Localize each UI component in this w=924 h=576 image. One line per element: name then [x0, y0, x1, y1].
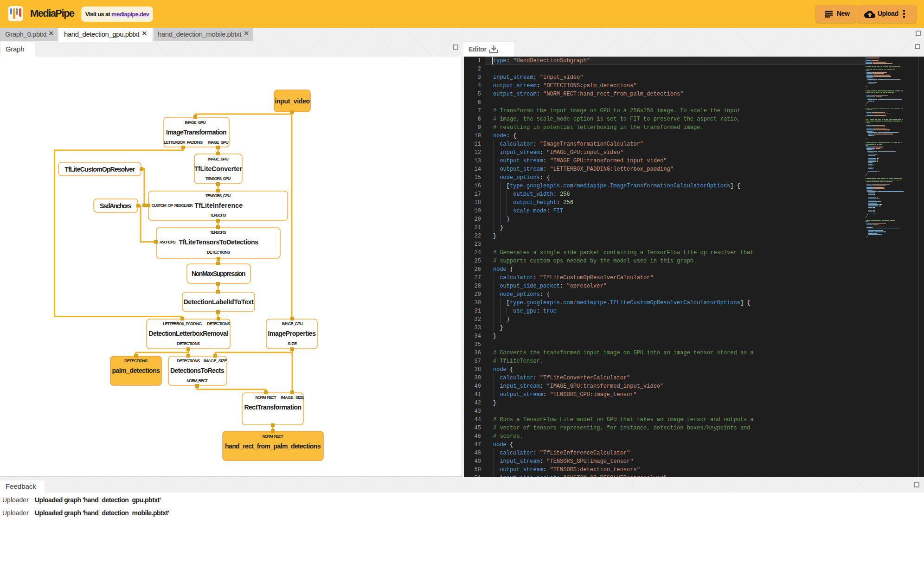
- svg-text:RectTransformation: RectTransformation: [244, 403, 302, 411]
- svg-text:palm_detections: palm_detections: [112, 367, 160, 374]
- svg-text:DetectionLetterboxRemoval: DetectionLetterboxRemoval: [149, 330, 228, 337]
- svg-text:IMAGE_SIZE: IMAGE_SIZE: [281, 395, 304, 400]
- svg-text:LETTERBOX_PADDING: LETTERBOX_PADDING: [164, 140, 203, 145]
- svg-text:IMAGE_GPU: IMAGE_GPU: [208, 157, 229, 161]
- svg-text:ImageProperties: ImageProperties: [268, 330, 316, 337]
- svg-text:DETECTIONS: DETECTIONS: [124, 358, 148, 363]
- svg-text:input_video: input_video: [275, 97, 310, 105]
- svg-text:TENSORS: TENSORS: [210, 213, 226, 218]
- svg-text:TENSORS_GPU: TENSORS_GPU: [205, 176, 231, 181]
- svg-text:SsdAnchors: SsdAnchors: [100, 202, 132, 210]
- svg-text:TfLiteTensorsToDetections: TfLiteTensorsToDetections: [179, 238, 259, 246]
- svg-text:NORM_RECT: NORM_RECT: [263, 434, 284, 439]
- svg-text:NonMaxSuppression: NonMaxSuppression: [192, 270, 245, 277]
- svg-text:ImageTransformation: ImageTransformation: [166, 128, 226, 136]
- svg-text:SIZE: SIZE: [288, 341, 297, 346]
- svg-text:IMAGE_GPU: IMAGE_GPU: [185, 120, 206, 125]
- svg-text:LETTERBOX_PADDING: LETTERBOX_PADDING: [163, 321, 202, 326]
- svg-text:TENSORS: TENSORS: [210, 230, 226, 235]
- svg-text:IMAGE_SIZE: IMAGE_SIZE: [204, 358, 227, 363]
- svg-text:NORM_RECT: NORM_RECT: [256, 395, 277, 400]
- svg-text:DETECTIONS: DETECTIONS: [207, 321, 230, 326]
- svg-text:TfLiteInference: TfLiteInference: [195, 202, 243, 209]
- svg-text:DETECTIONS: DETECTIONS: [177, 341, 200, 346]
- svg-text:IMAGE_GPU: IMAGE_GPU: [282, 321, 303, 326]
- svg-text:IMAGE_GPU: IMAGE_GPU: [208, 140, 229, 145]
- svg-text:ANCHORS: ANCHORS: [160, 240, 176, 244]
- svg-text:TfLiteCustomOpResolver: TfLiteCustomOpResolver: [65, 166, 135, 173]
- svg-text:TfLiteConverter: TfLiteConverter: [194, 165, 243, 173]
- svg-text:DETECTIONS: DETECTIONS: [177, 358, 200, 363]
- svg-text:hand_rect_from_palm_detections: hand_rect_from_palm_detections: [225, 442, 321, 450]
- svg-text:TENSORS_GPU: TENSORS_GPU: [205, 193, 231, 198]
- svg-text:DetectionsToRects: DetectionsToRects: [170, 367, 225, 374]
- svg-text:DETECTIONS: DETECTIONS: [207, 250, 230, 255]
- svg-text:CUSTOM_OP_RESOLVER: CUSTOM_OP_RESOLVER: [152, 203, 193, 208]
- svg-text:DetectionLabelIdToText: DetectionLabelIdToText: [184, 298, 254, 306]
- svg-text:NORM_RECT: NORM_RECT: [187, 378, 208, 383]
